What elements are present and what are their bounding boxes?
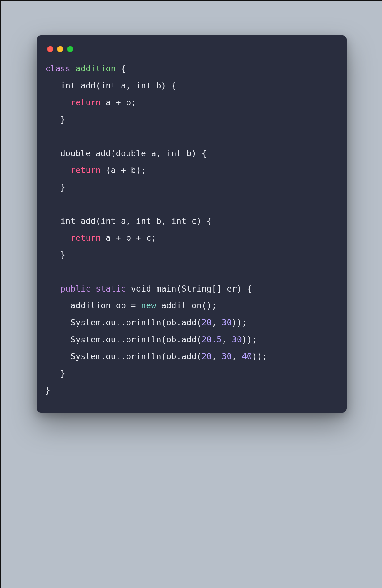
keyword-static: static: [96, 284, 126, 293]
code-text: }: [45, 115, 65, 124]
class-name: addition: [76, 64, 116, 73]
code-text: System.out.println(ob.add(: [45, 318, 202, 327]
code-text: }: [45, 385, 50, 395]
number-literal: 20: [202, 318, 212, 327]
number-literal: 30: [222, 351, 232, 361]
minimize-icon[interactable]: [57, 46, 63, 52]
number-literal: 30: [232, 335, 242, 344]
code-text: System.out.println(ob.add(: [45, 351, 202, 361]
code-text: System.out.println(ob.add(: [45, 335, 202, 344]
code-text: addition();: [156, 301, 217, 310]
close-icon[interactable]: [47, 46, 53, 52]
code-text: }: [45, 369, 65, 378]
code-text: ));: [242, 335, 257, 344]
code-text: a + b;: [101, 97, 136, 107]
keyword-public: public: [60, 284, 91, 293]
code-text: double add(double a, int b) {: [45, 148, 207, 158]
code-text: }: [45, 250, 65, 260]
code-text: (a + b);: [101, 165, 146, 175]
maximize-icon[interactable]: [67, 46, 73, 52]
code-text: ,: [232, 351, 242, 361]
code-text: a + b + c;: [101, 233, 156, 242]
code-text: ,: [211, 318, 222, 327]
code-block: class addition { int add(int a, int b) {…: [45, 60, 338, 399]
keyword-return: return: [70, 97, 101, 107]
page-background: class addition { int add(int a, int b) {…: [1, 1, 382, 588]
number-literal: 30: [222, 318, 232, 327]
number-literal: 40: [242, 351, 252, 361]
code-window: class addition { int add(int a, int b) {…: [37, 35, 347, 413]
code-text: addition ob =: [45, 301, 141, 310]
keyword-new: new: [141, 301, 156, 310]
code-text: ));: [252, 351, 267, 361]
code-text: ,: [211, 351, 222, 361]
code-text: int add(int a, int b) {: [45, 81, 176, 90]
code-text: ,: [222, 335, 232, 344]
keyword-return: return: [70, 165, 101, 175]
code-text: void main(String[] er) {: [126, 284, 252, 293]
code-text: ));: [232, 318, 247, 327]
keyword-return: return: [70, 233, 101, 242]
code-text: {: [116, 64, 126, 73]
code-text: int add(int a, int b, int c) {: [45, 216, 211, 226]
window-titlebar: [45, 46, 338, 60]
number-literal: 20.5: [202, 335, 222, 344]
keyword-class: class: [45, 64, 70, 73]
code-text: }: [45, 182, 65, 192]
number-literal: 20: [202, 351, 212, 361]
